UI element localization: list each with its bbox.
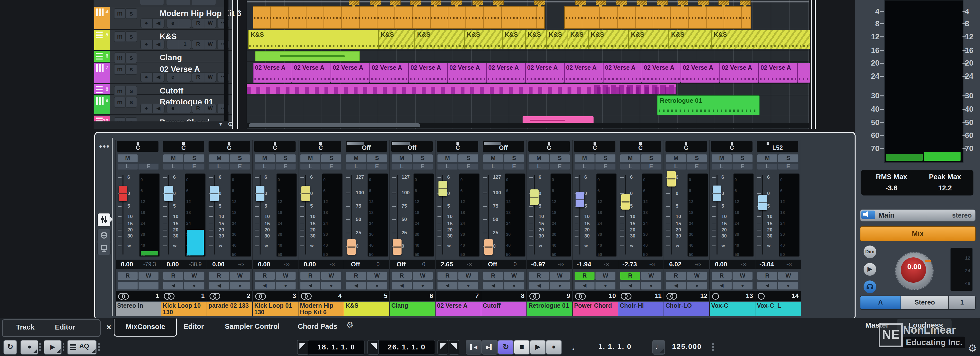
monitor-button[interactable]: ◀ [757, 281, 778, 290]
output-routing[interactable]: 7 [436, 291, 481, 301]
monitor-button[interactable]: ◀ [391, 281, 412, 290]
fader-value[interactable]: 2.65 [436, 259, 458, 269]
monitor-button[interactable]: ◀ [300, 281, 321, 290]
mute-button[interactable]: M [620, 154, 641, 163]
solo-button[interactable]: S [412, 154, 433, 163]
left-locator-display[interactable]: 18. 1. 1. 0 [308, 340, 364, 354]
listen-button[interactable]: L [483, 163, 504, 170]
listen-button[interactable]: L [528, 163, 549, 170]
track-list-scrollbar[interactable] [224, 0, 229, 122]
monitor-button[interactable]: ◀ [208, 281, 229, 290]
channel-name-cell[interactable]: parade 02 133 [207, 302, 252, 316]
channel-name-cell[interactable]: K&S [344, 302, 389, 316]
read-button[interactable]: R [437, 272, 458, 280]
pan-control[interactable]: Off [391, 141, 433, 152]
edit-button[interactable]: E [229, 163, 250, 170]
write-button[interactable]: W [458, 272, 479, 280]
edit-button[interactable]: e [167, 104, 179, 113]
mixer-channel[interactable]: C M S L E 60510152030∞ 06121824304050 0.… [709, 140, 755, 316]
record-arm-button[interactable]: ● [275, 281, 296, 290]
fader-value[interactable]: 6.02 [664, 259, 687, 269]
read-button[interactable]: R [483, 272, 504, 280]
play-button[interactable]: ▶ [530, 340, 546, 354]
channel-name-cell[interactable]: Choir-LO [664, 302, 709, 316]
edit-button[interactable]: e [167, 73, 179, 82]
channel-name-cell[interactable]: Vox-C_L [756, 302, 800, 316]
fader-value[interactable]: -0.97 [527, 259, 550, 269]
scrollbar-thumb[interactable] [249, 123, 420, 127]
fader-handle[interactable] [530, 190, 539, 205]
write-button[interactable]: W [204, 40, 216, 49]
play-mode-button[interactable]: ▶ [44, 340, 62, 354]
tab-track[interactable]: Track [16, 323, 35, 331]
fader-value[interactable]: -3.04 [756, 259, 778, 269]
solo-button[interactable]: S [229, 154, 250, 163]
mixer-channel[interactable]: C M S L E 60510152030∞ 06121824304050 -0… [527, 140, 572, 316]
peak-value[interactable]: -∞ [275, 259, 298, 269]
edit-button[interactable]: E [366, 163, 387, 170]
read-button[interactable]: R [345, 272, 366, 280]
listen-button[interactable]: L [437, 163, 458, 170]
mixer-channel[interactable]: C M L E 60510152030∞ 06121824304050 0.00… [115, 140, 161, 316]
mute-button[interactable]: M [345, 154, 366, 163]
fader-handle[interactable] [758, 195, 767, 210]
mute-button[interactable]: M [483, 154, 504, 163]
mixer-channel[interactable]: Off M S L E 1271007550250 06121824304050… [481, 140, 527, 316]
output-routing[interactable]: 1 [161, 291, 207, 301]
mix-button[interactable]: Mix [860, 226, 975, 241]
fader-handle[interactable] [256, 186, 264, 201]
pan-control[interactable]: C [437, 141, 478, 152]
write-button[interactable]: W [204, 73, 216, 82]
channel-name-cell[interactable]: Kick Loop 01 130 [253, 302, 298, 316]
monitor-button[interactable]: ◀ [153, 73, 164, 82]
read-button[interactable]: R [192, 19, 204, 28]
peak-value[interactable]: 0 [504, 259, 527, 269]
mute-button[interactable]: m [114, 52, 126, 63]
record-arm-button[interactable]: ● [229, 281, 250, 290]
output-routing[interactable]: 2 [207, 291, 252, 301]
monitor-channel-bar[interactable]: Main stereo [860, 209, 975, 222]
monitor-button[interactable]: ◀ [574, 281, 595, 290]
go-next-button[interactable]: ▶▌ [482, 340, 498, 354]
read-button[interactable]: R [254, 272, 275, 280]
tab-editor[interactable]: Editor [183, 323, 204, 331]
solo-button[interactable]: S [595, 154, 616, 163]
mute-button[interactable]: M [300, 154, 321, 163]
window-divider[interactable] [237, 0, 238, 129]
mixer-channel[interactable]: C M S L E 60510152030∞ 06121824304050 2.… [435, 140, 481, 316]
more-options-icon[interactable]: ••• [99, 142, 110, 151]
fader-value[interactable]: -2.73 [618, 259, 641, 269]
solo-button[interactable]: S [778, 154, 799, 163]
listen-button[interactable]: L [163, 163, 184, 170]
solo-button[interactable]: S [504, 154, 525, 163]
routing-view-button[interactable] [97, 242, 111, 255]
mute-button[interactable]: M [665, 154, 686, 163]
fader-handle[interactable] [667, 171, 676, 187]
fader-value[interactable]: 0.00 [116, 259, 138, 269]
listen-button[interactable]: L [117, 163, 138, 170]
tab-editor-left[interactable]: Editor [55, 323, 75, 331]
punch-out-button[interactable] [449, 340, 460, 354]
edit-button[interactable]: E [549, 163, 570, 170]
fader-handle[interactable] [393, 239, 401, 255]
record-arm-button[interactable]: ● [141, 40, 153, 49]
peak-value[interactable]: -∞ [230, 259, 252, 269]
read-button[interactable]: R [620, 272, 641, 280]
monitor-button[interactable]: ◀ [153, 40, 164, 49]
monitor-button[interactable]: ◀ [153, 104, 164, 113]
peak-value[interactable]: -∞ [595, 259, 618, 269]
monitor-button[interactable]: ◀ [483, 281, 504, 290]
mute-button[interactable]: M [711, 154, 732, 163]
record-arm-button[interactable]: ● [184, 281, 205, 290]
close-icon[interactable]: × [107, 323, 111, 332]
peak-value[interactable]: 0 [367, 259, 389, 269]
read-button[interactable]: R [192, 73, 204, 82]
record-arm-button[interactable]: ● [686, 281, 707, 290]
output-routing[interactable]: 11 [618, 291, 663, 301]
channel-name-cell[interactable]: Vox-C [710, 302, 755, 316]
pan-control[interactable]: C [528, 141, 570, 152]
listen-button[interactable]: L [574, 163, 595, 170]
edit-button[interactable]: E [686, 163, 707, 170]
pan-control[interactable]: L52 [757, 141, 798, 152]
pan-control[interactable]: C [711, 141, 752, 152]
